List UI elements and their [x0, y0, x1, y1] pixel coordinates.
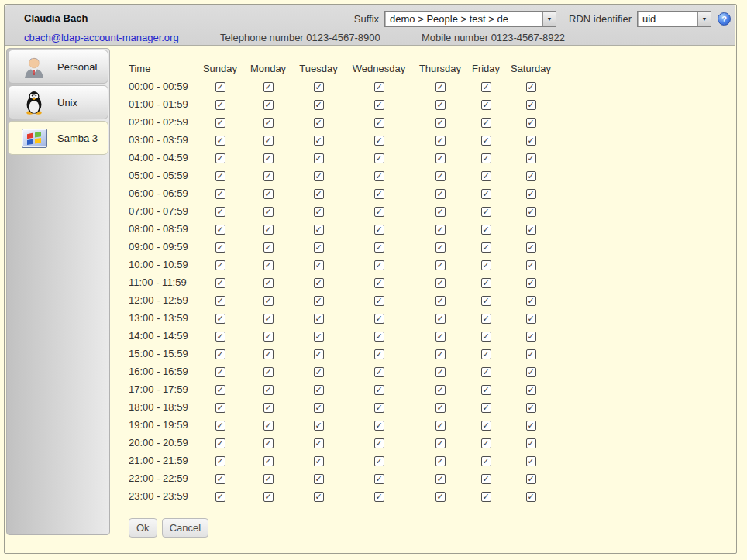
logon-hour-checkbox[interactable]: ✓: [263, 82, 274, 92]
suffix-select[interactable]: demo > People > test > de ▼: [384, 11, 556, 27]
logon-hour-checkbox[interactable]: ✓: [526, 225, 536, 235]
logon-hour-checkbox[interactable]: ✓: [481, 100, 491, 110]
logon-hour-checkbox[interactable]: ✓: [526, 171, 536, 181]
logon-hour-checkbox[interactable]: ✓: [263, 314, 274, 324]
logon-hour-checkbox[interactable]: ✓: [481, 296, 491, 306]
logon-hour-checkbox[interactable]: ✓: [215, 492, 225, 502]
logon-hour-checkbox[interactable]: ✓: [526, 367, 536, 377]
logon-hour-checkbox[interactable]: ✓: [435, 82, 446, 92]
logon-hour-checkbox[interactable]: ✓: [435, 438, 446, 448]
logon-hour-checkbox[interactable]: ✓: [263, 403, 274, 413]
logon-hour-checkbox[interactable]: ✓: [263, 278, 274, 288]
logon-hour-checkbox[interactable]: ✓: [263, 153, 274, 163]
logon-hour-checkbox[interactable]: ✓: [526, 136, 536, 146]
logon-hour-checkbox[interactable]: ✓: [481, 421, 491, 431]
logon-hour-checkbox[interactable]: ✓: [263, 367, 274, 377]
logon-hour-checkbox[interactable]: ✓: [314, 100, 324, 110]
logon-hour-checkbox[interactable]: ✓: [526, 82, 536, 92]
logon-hour-checkbox[interactable]: ✓: [263, 171, 274, 181]
logon-hour-checkbox[interactable]: ✓: [526, 385, 536, 395]
logon-hour-checkbox[interactable]: ✓: [374, 225, 384, 235]
logon-hour-checkbox[interactable]: ✓: [374, 403, 384, 413]
logon-hour-checkbox[interactable]: ✓: [314, 349, 324, 359]
logon-hour-checkbox[interactable]: ✓: [215, 367, 225, 377]
logon-hour-checkbox[interactable]: ✓: [435, 332, 446, 342]
logon-hour-checkbox[interactable]: ✓: [526, 278, 536, 288]
logon-hour-checkbox[interactable]: ✓: [263, 349, 274, 359]
logon-hour-checkbox[interactable]: ✓: [215, 136, 225, 146]
logon-hour-checkbox[interactable]: ✓: [435, 403, 446, 413]
logon-hour-checkbox[interactable]: ✓: [435, 118, 446, 128]
logon-hour-checkbox[interactable]: ✓: [481, 403, 491, 413]
logon-hour-checkbox[interactable]: ✓: [435, 385, 446, 395]
logon-hour-checkbox[interactable]: ✓: [481, 367, 491, 377]
logon-hour-checkbox[interactable]: ✓: [215, 242, 225, 253]
logon-hour-checkbox[interactable]: ✓: [481, 171, 491, 181]
logon-hour-checkbox[interactable]: ✓: [263, 474, 274, 484]
logon-hour-checkbox[interactable]: ✓: [374, 349, 384, 359]
logon-hour-checkbox[interactable]: ✓: [263, 438, 274, 448]
logon-hour-checkbox[interactable]: ✓: [314, 296, 324, 306]
logon-hour-checkbox[interactable]: ✓: [481, 349, 491, 359]
logon-hour-checkbox[interactable]: ✓: [314, 456, 324, 466]
logon-hour-checkbox[interactable]: ✓: [374, 171, 384, 181]
logon-hour-checkbox[interactable]: ✓: [481, 456, 491, 466]
logon-hour-checkbox[interactable]: ✓: [435, 189, 446, 199]
logon-hour-checkbox[interactable]: ✓: [435, 260, 446, 270]
logon-hour-checkbox[interactable]: ✓: [215, 82, 225, 92]
logon-hour-checkbox[interactable]: ✓: [526, 242, 536, 253]
logon-hour-checkbox[interactable]: ✓: [435, 171, 446, 181]
logon-hour-checkbox[interactable]: ✓: [263, 332, 274, 342]
logon-hour-checkbox[interactable]: ✓: [263, 385, 274, 395]
logon-hour-checkbox[interactable]: ✓: [314, 492, 324, 502]
logon-hour-checkbox[interactable]: ✓: [314, 189, 324, 199]
logon-hour-checkbox[interactable]: ✓: [374, 314, 384, 324]
logon-hour-checkbox[interactable]: ✓: [374, 367, 384, 377]
logon-hour-checkbox[interactable]: ✓: [481, 474, 491, 484]
logon-hour-checkbox[interactable]: ✓: [374, 278, 384, 288]
logon-hour-checkbox[interactable]: ✓: [435, 100, 446, 110]
logon-hour-checkbox[interactable]: ✓: [374, 421, 384, 431]
logon-hour-checkbox[interactable]: ✓: [526, 438, 536, 448]
logon-hour-checkbox[interactable]: ✓: [526, 492, 536, 502]
logon-hour-checkbox[interactable]: ✓: [263, 260, 274, 270]
tab-samba3[interactable]: Samba 3: [8, 121, 108, 155]
logon-hour-checkbox[interactable]: ✓: [314, 474, 324, 484]
logon-hour-checkbox[interactable]: ✓: [481, 260, 491, 270]
logon-hour-checkbox[interactable]: ✓: [215, 385, 225, 395]
logon-hour-checkbox[interactable]: ✓: [314, 171, 324, 181]
logon-hour-checkbox[interactable]: ✓: [374, 242, 384, 253]
logon-hour-checkbox[interactable]: ✓: [314, 421, 324, 431]
logon-hour-checkbox[interactable]: ✓: [526, 403, 536, 413]
logon-hour-checkbox[interactable]: ✓: [215, 171, 225, 181]
logon-hour-checkbox[interactable]: ✓: [215, 438, 225, 448]
logon-hour-checkbox[interactable]: ✓: [435, 367, 446, 377]
logon-hour-checkbox[interactable]: ✓: [435, 421, 446, 431]
logon-hour-checkbox[interactable]: ✓: [263, 118, 274, 128]
logon-hour-checkbox[interactable]: ✓: [481, 438, 491, 448]
logon-hour-checkbox[interactable]: ✓: [314, 260, 324, 270]
logon-hour-checkbox[interactable]: ✓: [263, 189, 274, 199]
logon-hour-checkbox[interactable]: ✓: [374, 118, 384, 128]
logon-hour-checkbox[interactable]: ✓: [314, 385, 324, 395]
logon-hour-checkbox[interactable]: ✓: [314, 82, 324, 92]
logon-hour-checkbox[interactable]: ✓: [215, 296, 225, 306]
logon-hour-checkbox[interactable]: ✓: [215, 349, 225, 359]
logon-hour-checkbox[interactable]: ✓: [435, 225, 446, 235]
logon-hour-checkbox[interactable]: ✓: [526, 349, 536, 359]
logon-hour-checkbox[interactable]: ✓: [314, 225, 324, 235]
chevron-down-icon[interactable]: ▼: [542, 12, 556, 26]
logon-hour-checkbox[interactable]: ✓: [263, 136, 274, 146]
logon-hour-checkbox[interactable]: ✓: [526, 260, 536, 270]
logon-hour-checkbox[interactable]: ✓: [481, 314, 491, 324]
logon-hour-checkbox[interactable]: ✓: [374, 456, 384, 466]
logon-hour-checkbox[interactable]: ✓: [215, 456, 225, 466]
logon-hour-checkbox[interactable]: ✓: [526, 153, 536, 163]
logon-hour-checkbox[interactable]: ✓: [314, 403, 324, 413]
logon-hour-checkbox[interactable]: ✓: [481, 153, 491, 163]
ok-button[interactable]: Ok: [129, 518, 157, 538]
logon-hour-checkbox[interactable]: ✓: [435, 242, 446, 253]
logon-hour-checkbox[interactable]: ✓: [526, 189, 536, 199]
help-icon[interactable]: ?: [718, 12, 731, 26]
logon-hour-checkbox[interactable]: ✓: [435, 456, 446, 466]
